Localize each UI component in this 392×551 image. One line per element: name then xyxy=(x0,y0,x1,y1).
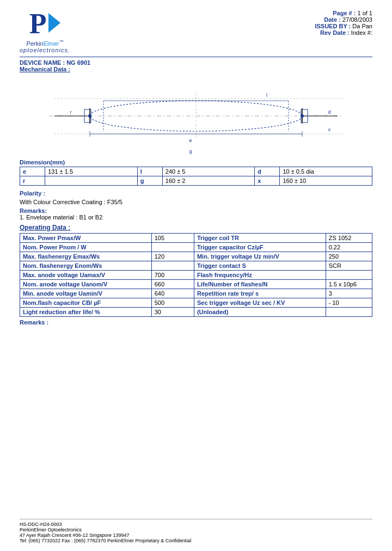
date-value: 27/08/2003 xyxy=(342,16,372,23)
op-v1-0: 105 xyxy=(151,233,194,242)
dim-k2-2: g xyxy=(137,176,162,185)
logo-icon: P xyxy=(29,10,61,38)
svg-point-19 xyxy=(301,114,304,118)
logo-brand-text: PerkinElmer™ xyxy=(27,39,64,47)
logo-tm: ™ xyxy=(59,39,63,44)
op-p2-0: Trigger coil TR xyxy=(194,233,326,242)
op-p1-1: Nom. Power Pnom / W xyxy=(20,242,152,252)
header-divider xyxy=(20,57,372,57)
dim-k1-2: r xyxy=(20,176,45,185)
svg-text:x: x xyxy=(328,127,331,132)
op-row-2: Max. flashenergy Emax/Ws 120 Min. trigge… xyxy=(20,252,372,261)
logo-arrow-icon xyxy=(48,13,60,33)
dim-v1-1: 131 ± 1.5 xyxy=(45,167,137,176)
rev-value: Index #: xyxy=(351,29,372,36)
dim-k2-1: l xyxy=(137,167,162,176)
op-v1-1 xyxy=(151,242,194,252)
device-name: DEVICE NAME : NG 6901 xyxy=(20,59,90,66)
op-p1-4: Max. anode voltage Uamax/V xyxy=(20,270,152,279)
op-p2-8: (Unloaded) xyxy=(194,307,326,316)
polarity-label: Polarity : xyxy=(20,190,45,197)
logo-elmer: Elmer xyxy=(44,40,59,47)
op-row-4: Max. anode voltage Uamax/V 700 Flash fre… xyxy=(20,270,372,279)
op-p1-3: Nom. flashenergy Enom/Ws xyxy=(20,261,152,270)
page: P PerkinElmer™ optoelectronics. Page # :… xyxy=(0,0,392,551)
op-v2-6: 3 xyxy=(326,289,372,298)
footer-line-4: Tel: (065) 7732022 Fax : (065) 7782370 P… xyxy=(20,538,372,543)
op-row-8: Light reduction after life/ % 30 (Unload… xyxy=(20,307,372,316)
logo-area: P PerkinElmer™ optoelectronics. xyxy=(20,10,70,53)
op-p2-2: Min. trigger voltage Uz min/V xyxy=(194,252,326,261)
dim-k3-1: d xyxy=(255,167,280,176)
op-v1-4: 700 xyxy=(151,270,194,279)
svg-text:l: l xyxy=(266,93,267,98)
logo-opto: optoelectronics. xyxy=(20,47,70,53)
dim-row-2: r g 160 ± 2 x 160 ± 10 xyxy=(20,176,372,185)
dim-k3-2: x xyxy=(255,176,280,185)
page-number-line: Page # : 1 of 1 xyxy=(315,10,372,16)
op-p1-7: Nom.flash capacitor CB/ µF xyxy=(20,298,152,307)
remarks2-label: Remarks : xyxy=(20,319,372,326)
op-p2-3: Trigger contact S xyxy=(194,261,326,270)
op-v1-8: 30 xyxy=(151,307,194,316)
remarks1-section: Remarks: 1. Envelope material : B1 or B2 xyxy=(20,207,372,221)
dim-v3-1: 10 ± 0.5 dia xyxy=(280,167,372,176)
issued-line: ISSUED BY : Da Pan xyxy=(315,23,372,29)
polarity-section: Polarity : xyxy=(20,190,372,197)
svg-text:e: e xyxy=(189,138,192,143)
op-p2-5: Life/Number of flashes/N xyxy=(194,279,326,289)
op-row-5: Nom. anode voltage Uanom/V 660 Life/Numb… xyxy=(20,279,372,289)
remarks1-label: Remarks: xyxy=(20,207,47,214)
op-v1-7: 500 xyxy=(151,298,194,307)
date-line: Date : 27/08/2003 xyxy=(315,16,372,23)
date-label: Date : xyxy=(324,16,341,23)
dim-v1-2 xyxy=(45,176,137,185)
page-value: 1 of 1 xyxy=(357,10,372,16)
remarks1-text: 1. Envelope material : B1 or B2 xyxy=(20,214,372,221)
logo-p-letter: P xyxy=(29,10,47,38)
op-p2-4: Flash frequency/Hz xyxy=(194,270,326,279)
mech-data-label: Mechanical Data : xyxy=(20,66,90,72)
op-row-0: Max. Power Pmax/W 105 Trigger coil TR ZS… xyxy=(20,233,372,242)
dim-v3-2: 160 ± 10 xyxy=(280,176,372,185)
op-row-1: Nom. Power Pnom / W Trigger capacitor Cz… xyxy=(20,242,372,252)
op-row-6: Min. anode voltage Uamin/V 640 Repetitio… xyxy=(20,289,372,298)
op-p1-0: Max. Power Pmax/W xyxy=(20,233,152,242)
dim-k1-1: e xyxy=(20,167,45,176)
op-v2-0: ZS 1052 xyxy=(326,233,372,242)
op-v2-4 xyxy=(326,270,372,279)
op-v2-7: - 10 xyxy=(326,298,372,307)
page-label: Page # : xyxy=(333,10,356,16)
rev-label: Rev Date : xyxy=(320,29,350,36)
op-p1-6: Min. anode voltage Uamin/V xyxy=(20,289,152,298)
op-v2-8 xyxy=(326,307,372,316)
drawing-svg: e l d g x r xyxy=(20,77,372,156)
op-v2-5: 1.5 x 10p6 xyxy=(326,279,372,289)
dimension-title: Dimension(mm) xyxy=(20,159,372,166)
coating-text: With Colour Corrective Coating : F35/5 xyxy=(20,199,372,205)
dim-row-1: e 131 ± 1.5 l 240 ± 5 d 10 ± 0.5 dia xyxy=(20,167,372,176)
op-v2-3: SCR xyxy=(326,261,372,270)
svg-point-18 xyxy=(88,114,91,118)
op-p1-2: Max. flashenergy Emax/Ws xyxy=(20,252,152,261)
footer: HS-DDC-H24-0003 PerkinElmer Optoelectron… xyxy=(20,519,372,543)
op-v1-3 xyxy=(151,261,194,270)
op-p2-6: Repetition rate trep/ s xyxy=(194,289,326,298)
footer-line-3: 47 Ayer Rajah Crescent #06-12 Singapore … xyxy=(20,532,372,538)
page-info: Page # : 1 of 1 Date : 27/08/2003 ISSUED… xyxy=(315,10,372,36)
footer-line-2: PerkinElmer Optoelectronics xyxy=(20,527,372,532)
dim-v2-1: 240 ± 5 xyxy=(162,167,254,176)
svg-text:g: g xyxy=(189,149,192,154)
op-p2-7: Sec trigger voltage Uz sec / KV xyxy=(194,298,326,307)
device-left: DEVICE NAME : NG 6901 Mechanical Data : xyxy=(20,59,90,72)
device-info: DEVICE NAME : NG 6901 Mechanical Data : xyxy=(20,59,372,72)
op-p2-1: Trigger capacitor Cz/µF xyxy=(194,242,326,252)
issued-value: Da Pan xyxy=(352,23,372,29)
op-p1-5: Nom. anode voltage Uanom/V xyxy=(20,279,152,289)
op-v1-6: 640 xyxy=(151,289,194,298)
header: P PerkinElmer™ optoelectronics. Page # :… xyxy=(20,10,372,53)
dimension-table: e 131 ± 1.5 l 240 ± 5 d 10 ± 0.5 dia r g… xyxy=(20,167,372,186)
svg-text:d: d xyxy=(328,109,330,115)
op-row-3: Nom. flashenergy Enom/Ws Trigger contact… xyxy=(20,261,372,270)
op-v2-1: 0.22 xyxy=(326,242,372,252)
